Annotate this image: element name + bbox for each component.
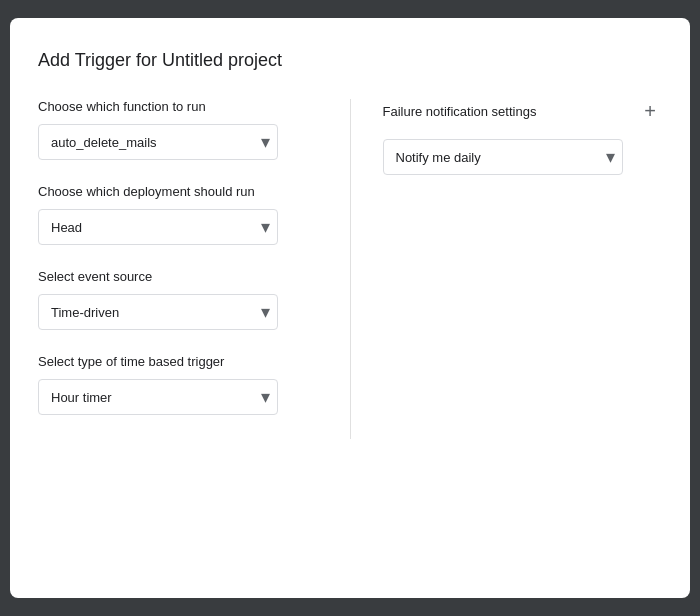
left-column: Choose which function to run auto_delete… [38,99,351,439]
failure-notification-label: Failure notification settings [383,104,537,119]
notify-select-wrapper: Notify me daily Notify me immediately No… [383,139,623,175]
function-field-group: Choose which function to run auto_delete… [38,99,318,160]
deployment-select-wrapper: Head Latest ▾ [38,209,278,245]
function-select-wrapper: auto_delete_mails other_function ▾ [38,124,278,160]
failure-section-header: Failure notification settings + [383,99,663,123]
deployment-label: Choose which deployment should run [38,184,318,199]
time-trigger-select-wrapper: Hour timer Day timer Week timer ▾ [38,379,278,415]
time-trigger-select[interactable]: Hour timer Day timer Week timer [38,379,278,415]
function-label: Choose which function to run [38,99,318,114]
function-select[interactable]: auto_delete_mails other_function [38,124,278,160]
right-column: Failure notification settings + Notify m… [351,99,663,439]
modal-body: Choose which function to run auto_delete… [38,99,662,439]
notify-field-group: Notify me daily Notify me immediately No… [383,139,663,175]
modal-overlay: Add Trigger for Untitled project Choose … [0,0,700,616]
modal-title: Add Trigger for Untitled project [38,50,662,71]
time-trigger-label: Select type of time based trigger [38,354,318,369]
deployment-select[interactable]: Head Latest [38,209,278,245]
add-notification-button[interactable]: + [638,99,662,123]
time-trigger-field-group: Select type of time based trigger Hour t… [38,354,318,415]
event-source-field-group: Select event source Time-driven From spr… [38,269,318,330]
event-source-select-wrapper: Time-driven From spreadsheet ▾ [38,294,278,330]
event-source-select[interactable]: Time-driven From spreadsheet [38,294,278,330]
notify-select[interactable]: Notify me daily Notify me immediately No… [383,139,623,175]
event-source-label: Select event source [38,269,318,284]
deployment-field-group: Choose which deployment should run Head … [38,184,318,245]
modal-dialog: Add Trigger for Untitled project Choose … [10,18,690,598]
